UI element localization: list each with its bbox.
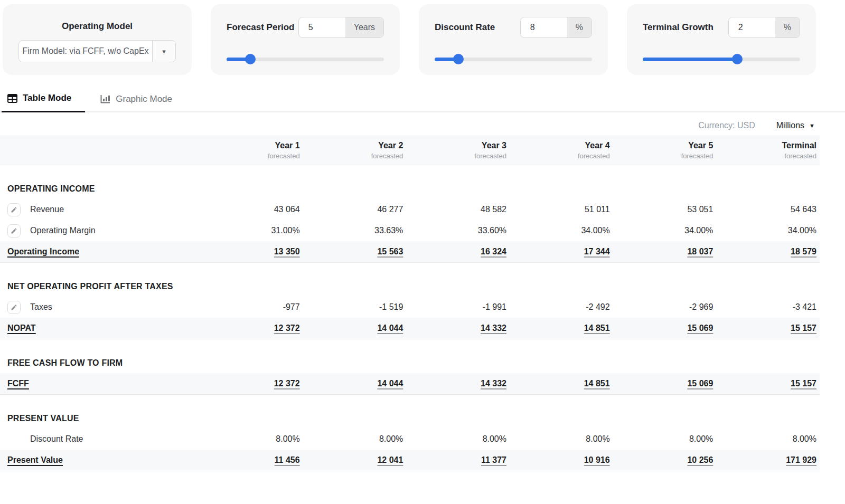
column-title: Year 2 bbox=[303, 141, 403, 150]
total-value-cell: 18 037 bbox=[613, 247, 717, 256]
value-cell: 53 051 bbox=[613, 205, 717, 214]
value-cell: 8.00% bbox=[716, 434, 820, 444]
pencil-icon[interactable] bbox=[7, 203, 21, 216]
total-label-cell: Present Value bbox=[0, 455, 200, 465]
column-title: Year 4 bbox=[510, 141, 610, 150]
total-value-cell: 10 916 bbox=[510, 455, 613, 465]
discount-rate-card: Discount Rate % bbox=[419, 4, 608, 75]
column-header: Year 5forecasted bbox=[613, 141, 717, 160]
chevron-down-icon[interactable]: ▾ bbox=[152, 41, 175, 62]
chevron-down-icon: ▼ bbox=[809, 122, 815, 129]
column-sublabel: forecasted bbox=[303, 152, 403, 160]
value-cell: 33.63% bbox=[303, 226, 407, 235]
section-title: OPERATING INCOME bbox=[0, 184, 820, 194]
total-value-cell: 12 041 bbox=[303, 455, 407, 465]
total-value-cell: 14 851 bbox=[510, 379, 613, 388]
total-value-cell: 15 069 bbox=[613, 379, 717, 388]
value-cell: 46 277 bbox=[303, 205, 407, 214]
row-label-cell: Discount Rate bbox=[0, 433, 200, 446]
table-meta: Currency: USD Millions ▼ bbox=[0, 112, 845, 136]
tab-table-mode-label: Table Mode bbox=[23, 93, 71, 103]
total-row: NOPAT12 37214 04414 33214 85115 06915 15… bbox=[0, 318, 820, 339]
value-cell: 8.00% bbox=[303, 434, 407, 444]
column-sublabel: forecasted bbox=[716, 152, 816, 160]
total-value-cell: 171 929 bbox=[716, 455, 820, 465]
row-label-cell: Operating Margin bbox=[0, 224, 200, 237]
value-cell: 54 643 bbox=[716, 205, 820, 214]
operating-model-card: Operating Model Firm Model: via FCFF, w/… bbox=[3, 4, 192, 75]
forecast-period-slider[interactable] bbox=[227, 54, 384, 64]
column-header: Year 4forecasted bbox=[510, 141, 613, 160]
tab-graphic-mode[interactable]: Graphic Mode bbox=[95, 87, 179, 112]
total-value-cell: 12 372 bbox=[200, 379, 303, 388]
column-title: Year 5 bbox=[613, 141, 713, 150]
total-value-cell: 15 069 bbox=[613, 324, 717, 333]
total-value-cell: 14 332 bbox=[406, 324, 510, 333]
units-dropdown[interactable]: Millions ▼ bbox=[776, 121, 815, 130]
value-cell: -1 519 bbox=[303, 302, 407, 312]
terminal-growth-card: Terminal Growth % bbox=[627, 4, 816, 75]
value-cell: 8.00% bbox=[406, 434, 510, 444]
total-value-cell: 14 044 bbox=[303, 324, 407, 333]
mode-tabs: Table Mode Graphic Mode bbox=[0, 87, 845, 112]
table-header-row: Year 1forecastedYear 2forecastedYear 3fo… bbox=[0, 136, 820, 165]
row-label: Operating Margin bbox=[30, 226, 96, 235]
bar-chart-icon bbox=[100, 94, 110, 104]
column-header: Terminalforecasted bbox=[716, 141, 820, 160]
section-title: PRESENT VALUE bbox=[0, 414, 820, 423]
terminal-growth-input[interactable] bbox=[729, 17, 775, 37]
value-cell: 33.60% bbox=[406, 226, 510, 235]
total-value-cell: 11 456 bbox=[200, 455, 303, 465]
column-header: Year 1forecasted bbox=[200, 141, 303, 160]
operating-model-select[interactable]: Firm Model: via FCFF, w/o CapEx ▾ bbox=[18, 40, 176, 62]
terminal-growth-slider[interactable] bbox=[643, 54, 800, 64]
terminal-growth-title: Terminal Growth bbox=[643, 22, 713, 33]
discount-rate-unit: % bbox=[567, 17, 592, 37]
pencil-icon[interactable] bbox=[7, 224, 21, 237]
table-row: Revenue43 06446 27748 58251 01153 05154 … bbox=[0, 199, 820, 220]
forecast-period-title: Forecast Period bbox=[227, 22, 295, 33]
column-header: Year 2forecasted bbox=[303, 141, 407, 160]
row-label: Revenue bbox=[30, 205, 64, 214]
total-value-cell: 14 044 bbox=[303, 379, 407, 388]
column-sublabel: forecasted bbox=[613, 152, 713, 160]
table-icon bbox=[7, 93, 17, 103]
currency-label: Currency: USD bbox=[698, 121, 755, 130]
icon-spacer bbox=[7, 433, 21, 446]
total-label: FCFF bbox=[7, 379, 29, 388]
discount-rate-input[interactable] bbox=[521, 17, 567, 37]
row-label: Taxes bbox=[30, 302, 52, 312]
total-label: Operating Income bbox=[7, 247, 79, 256]
total-label-cell: NOPAT bbox=[0, 324, 200, 333]
discount-rate-slider[interactable] bbox=[435, 54, 592, 64]
forecast-period-input[interactable] bbox=[299, 17, 345, 37]
forecast-period-card: Forecast Period Years bbox=[211, 4, 400, 75]
control-cards: Operating Model Firm Model: via FCFF, w/… bbox=[0, 0, 845, 75]
total-value-cell: 12 372 bbox=[200, 324, 303, 333]
total-label-cell: FCFF bbox=[0, 379, 200, 388]
value-cell: 34.00% bbox=[613, 226, 717, 235]
slider-thumb[interactable] bbox=[245, 54, 256, 64]
total-value-cell: 14 332 bbox=[406, 379, 510, 388]
operating-model-title: Operating Model bbox=[18, 21, 176, 32]
total-label: Present Value bbox=[7, 455, 63, 465]
total-label: NOPAT bbox=[7, 324, 36, 333]
column-sublabel: forecasted bbox=[200, 152, 300, 160]
forecast-period-unit: Years bbox=[345, 17, 383, 37]
slider-thumb[interactable] bbox=[732, 54, 743, 64]
value-cell: -2 969 bbox=[613, 302, 717, 312]
row-label: Discount Rate bbox=[30, 434, 83, 444]
valuation-table: Year 1forecastedYear 2forecastedYear 3fo… bbox=[0, 136, 820, 471]
pencil-icon[interactable] bbox=[7, 301, 21, 314]
table-row: Discount Rate8.00%8.00%8.00%8.00%8.00%8.… bbox=[0, 429, 820, 450]
slider-thumb[interactable] bbox=[453, 54, 464, 64]
column-title: Terminal bbox=[716, 141, 816, 150]
value-cell: 31.00% bbox=[200, 226, 303, 235]
value-cell: -3 421 bbox=[716, 302, 820, 312]
total-value-cell: 17 344 bbox=[510, 247, 613, 256]
tab-graphic-mode-label: Graphic Mode bbox=[116, 94, 172, 104]
value-cell: 8.00% bbox=[613, 434, 717, 444]
value-cell: 51 011 bbox=[510, 205, 613, 214]
total-value-cell: 15 157 bbox=[716, 324, 820, 333]
tab-table-mode[interactable]: Table Mode bbox=[2, 87, 85, 112]
